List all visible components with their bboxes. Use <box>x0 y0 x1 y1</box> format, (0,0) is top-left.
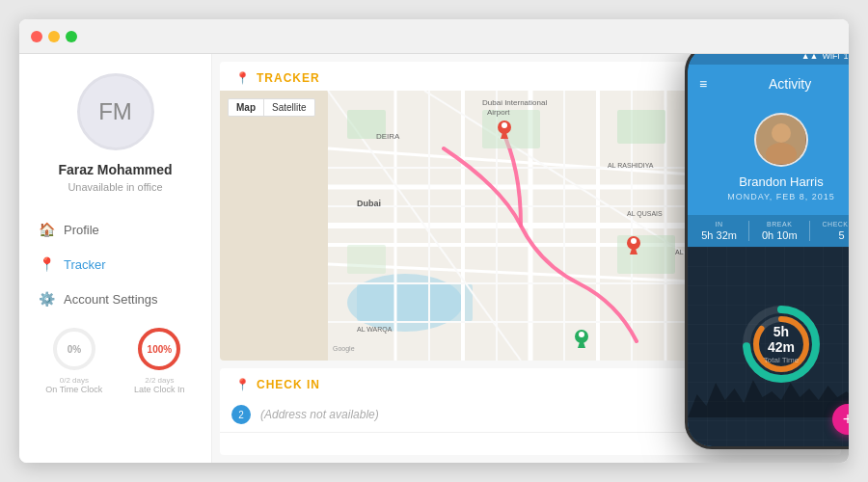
stat-days-lateclock: 2/2 days <box>145 376 174 385</box>
svg-rect-30 <box>617 235 675 274</box>
stat-row: 0% 0/2 days On Time Clock 100% <box>35 324 196 394</box>
phone-profile-section: Brandon Harris MONDAY, FEB 8, 2015 <box>688 103 849 215</box>
stat-value-ontime: 0% <box>68 344 81 355</box>
map-type-map[interactable]: Map <box>229 99 263 116</box>
donut-subtitle: Total Time <box>760 356 803 364</box>
svg-point-35 <box>502 122 507 128</box>
sidebar-item-profile[interactable]: 🏠 Profile <box>19 212 211 247</box>
svg-text:AL QUSAIS: AL QUSAIS <box>627 210 663 218</box>
phone-stat-break-label: BREAK <box>767 221 792 228</box>
tracker-title: TRACKER <box>257 71 320 85</box>
phone-mockup: ▲▲ WiFi 12:30 ≡ Activity <box>685 54 849 449</box>
phone-status-bar: ▲▲ WiFi 12:30 <box>688 54 849 65</box>
donut-time: 5h 42m <box>760 323 803 356</box>
checkin-title: CHECK IN <box>257 378 320 391</box>
home-icon: 🏠 <box>39 222 54 237</box>
phone-stats-bar: IN 5h 32m BREAK 0h 10m CHECKINS 5 <box>688 215 849 247</box>
svg-text:DEIRA: DEIRA <box>376 132 400 141</box>
phone-stat-checkins: CHECKINS 5 <box>823 221 849 241</box>
phone-title: Activity <box>717 76 849 92</box>
map-type-bar: Map Satellite <box>228 98 315 117</box>
phone-user-name: Brandon Harris <box>739 174 823 189</box>
svg-text:Google: Google <box>333 345 355 353</box>
svg-point-38 <box>631 238 637 244</box>
dot-red[interactable] <box>31 31 42 42</box>
checkin-icon: 📍 <box>235 378 251 391</box>
phone-avatar <box>754 113 808 167</box>
dot-green[interactable] <box>66 31 77 42</box>
browser-dots <box>31 31 77 42</box>
phone-top-bar: ≡ Activity <box>688 65 849 103</box>
phone-stat-divider-2 <box>809 221 810 241</box>
avatar-initials: FM <box>98 98 132 125</box>
phone-time: 12:30 <box>843 54 849 61</box>
sidebar-label-account-settings: Account Settings <box>64 292 158 307</box>
sidebar-label-tracker: Tracker <box>64 257 106 272</box>
phone-stat-checkins-value: 5 <box>839 229 845 241</box>
phone-stat-in: IN 5h 32m <box>701 221 737 241</box>
fab-plus-icon: + <box>843 410 849 430</box>
dot-yellow[interactable] <box>48 31 60 42</box>
donut-chart: 5h 42m Total Time <box>738 301 825 388</box>
phone-screen: ▲▲ WiFi 12:30 ≡ Activity <box>688 54 849 446</box>
browser-window: FM Faraz Mohammed Unavailable in office … <box>19 19 849 463</box>
phone-stat-in-label: IN <box>716 221 723 228</box>
sidebar-bottom: 0% 0/2 days On Time Clock 100% <box>19 316 211 406</box>
map-type-satellite[interactable]: Satellite <box>264 99 314 116</box>
donut-center: 5h 42m Total Time <box>760 323 803 364</box>
stat-label-lateclock: Late Clock In <box>134 385 185 394</box>
avatar-svg <box>757 116 805 164</box>
user-name: Faraz Mohammed <box>58 162 172 177</box>
avatar: FM <box>77 73 154 150</box>
svg-text:AL WARQA: AL WARQA <box>357 326 393 334</box>
svg-point-41 <box>579 332 584 337</box>
nav-menu: 🏠 Profile 📍 Tracker ⚙️ Account Settings <box>19 212 211 316</box>
svg-text:Dubai International: Dubai International <box>482 98 547 107</box>
app-content: FM Faraz Mohammed Unavailable in office … <box>19 54 849 463</box>
stat-ring-lateclock: 100% <box>134 324 184 374</box>
phone-chart-section: 5h 42m Total Time + <box>688 247 849 446</box>
phone-stat-checkins-label: CHECKINS <box>823 221 849 228</box>
sidebar-item-account-settings[interactable]: ⚙️ Account Settings <box>19 281 211 316</box>
browser-bar <box>19 19 849 54</box>
phone-stat-break-value: 0h 10m <box>762 229 798 241</box>
stat-value-lateclock: 100% <box>148 344 173 355</box>
checkin-num: 2 <box>231 405 251 424</box>
pin-icon: 📍 <box>39 256 54 272</box>
phone-stat-break: BREAK 0h 10m <box>762 221 798 241</box>
sidebar: FM Faraz Mohammed Unavailable in office … <box>19 54 212 463</box>
stat-block-lateclock: 100% 2/2 days Late Clock In <box>134 324 185 394</box>
phone-wifi-icon: WiFi <box>822 54 839 61</box>
sidebar-label-profile: Profile <box>64 223 99 237</box>
svg-point-53 <box>772 123 791 143</box>
phone-avatar-img <box>756 115 806 165</box>
svg-text:Airport: Airport <box>487 108 510 117</box>
svg-rect-29 <box>617 110 665 144</box>
phone-stat-in-value: 5h 32m <box>701 229 737 241</box>
hamburger-icon[interactable]: ≡ <box>699 76 707 92</box>
sidebar-item-tracker[interactable]: 📍 Tracker <box>19 247 211 281</box>
stat-label-ontime: On Time Clock <box>45 385 102 394</box>
phone-signal-icon: ▲▲ <box>801 54 819 61</box>
svg-text:Dubai: Dubai <box>357 199 381 208</box>
stat-days-ontime: 0/2 days <box>60 376 89 385</box>
phone-stat-divider-1 <box>748 221 749 241</box>
svg-rect-31 <box>347 245 386 274</box>
stat-ring-ontime: 0% <box>49 324 99 374</box>
stat-block-ontime: 0% 0/2 days On Time Clock <box>45 324 102 394</box>
user-status: Unavailable in office <box>68 181 162 193</box>
svg-rect-5 <box>357 283 473 322</box>
svg-text:AL RASHIDIYA: AL RASHIDIYA <box>608 162 654 169</box>
tracker-pin-icon: 📍 <box>235 71 251 85</box>
phone-user-date: MONDAY, FEB 8, 2015 <box>727 192 835 201</box>
gear-icon: ⚙️ <box>39 291 54 307</box>
